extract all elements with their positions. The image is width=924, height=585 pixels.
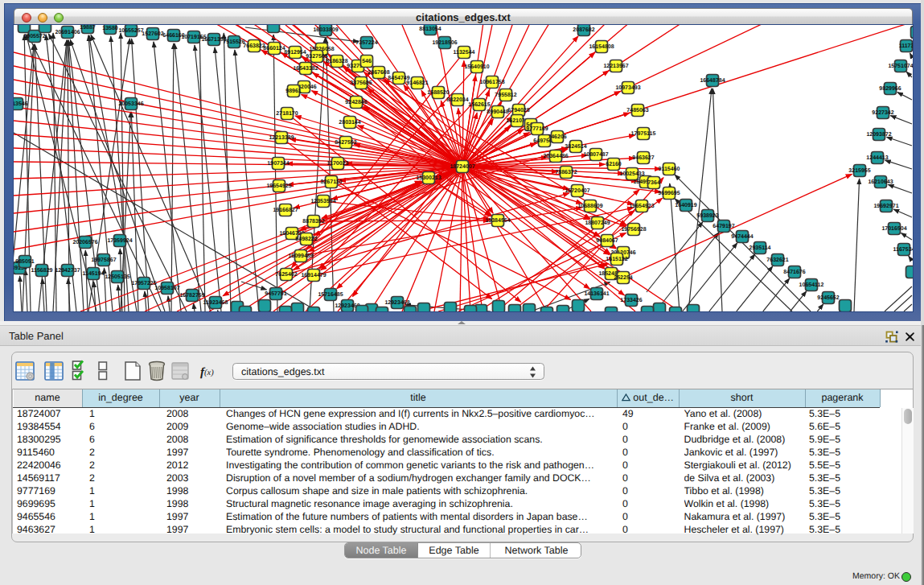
svg-text:12923468: 12923468: [384, 300, 409, 306]
svg-text:15716485: 15716485: [318, 292, 343, 298]
svg-text:10958107: 10958107: [154, 286, 179, 291]
svg-text:16210643: 16210643: [868, 179, 893, 185]
svg-text:16782759: 16782759: [179, 293, 204, 299]
svg-text:16648784: 16648784: [700, 78, 725, 84]
svg-text:20691406: 20691406: [55, 30, 80, 35]
svg-text:9327505: 9327505: [306, 54, 327, 60]
svg-text:19975867: 19975867: [91, 257, 116, 263]
svg-text:7886372: 7886372: [555, 170, 577, 175]
svg-text:7663822: 7663822: [243, 43, 265, 49]
svg-text:10961758: 10961758: [479, 80, 504, 85]
svg-text:19384554: 19384554: [485, 218, 510, 224]
svg-text:7625402: 7625402: [275, 272, 297, 278]
svg-text:9474444: 9474444: [731, 234, 753, 240]
svg-text:20206576: 20206576: [72, 240, 97, 245]
svg-text:12213389: 12213389: [269, 135, 294, 141]
svg-text:8822034: 8822034: [446, 97, 468, 103]
svg-text:7485063: 7485063: [626, 108, 648, 113]
svg-text:11923468: 11923468: [203, 300, 228, 306]
svg-text:6479197: 6479197: [713, 224, 734, 229]
svg-text:12353594: 12353594: [310, 199, 335, 204]
svg-text:17957225: 17957225: [131, 281, 156, 286]
svg-text:8912954: 8912954: [284, 50, 306, 56]
svg-text:19218506: 19218506: [432, 40, 457, 46]
svg-text:17975115: 17975115: [631, 131, 656, 137]
svg-text:252254: 252254: [614, 275, 632, 281]
svg-text:1167534: 1167534: [893, 247, 913, 253]
svg-text:1145194: 1145194: [83, 271, 105, 277]
svg-text:16543382: 16543382: [293, 66, 318, 72]
svg-text:6794028: 6794028: [507, 108, 529, 113]
svg-text:14136141: 14136141: [584, 291, 609, 297]
svg-text:19692971: 19692971: [873, 204, 898, 209]
svg-text:10654112: 10654112: [799, 282, 824, 288]
svg-text:985051: 985051: [15, 259, 34, 265]
svg-text:8427552: 8427552: [335, 140, 356, 146]
svg-text:8878352: 8878352: [302, 219, 324, 225]
svg-text:2867608: 2867608: [368, 70, 389, 76]
svg-text:8471676: 8471676: [783, 270, 805, 275]
svg-text:18724007: 18724007: [450, 164, 474, 170]
svg-text:10807487: 10807487: [583, 152, 608, 158]
svg-text:13580: 13580: [102, 26, 118, 31]
svg-text:10655257: 10655257: [118, 28, 143, 34]
svg-text:8660124: 8660124: [263, 46, 285, 51]
svg-text:3215955: 3215955: [848, 168, 870, 174]
svg-text:17016504: 17016504: [881, 226, 906, 232]
svg-text:1562615: 1562615: [468, 102, 490, 108]
svg-text:9245652: 9245652: [817, 295, 839, 301]
svg-text:7955812: 7955812: [495, 93, 516, 98]
svg-text:8267110: 8267110: [321, 179, 343, 185]
svg-text:19654923: 19654923: [629, 204, 654, 209]
svg-text:16033809: 16033809: [313, 27, 338, 33]
svg-text:5498222: 5498222: [295, 237, 317, 242]
svg-text:15751074: 15751074: [888, 64, 913, 69]
svg-text:18807249: 18807249: [585, 220, 610, 226]
svg-text:7515526: 7515526: [223, 39, 244, 45]
svg-text:7632621: 7632621: [766, 257, 788, 263]
svg-text:17359924: 17359924: [107, 238, 132, 244]
svg-text:746206: 746206: [548, 134, 566, 140]
svg-text:12093872: 12093872: [866, 132, 891, 138]
svg-text:16154808: 16154808: [589, 44, 614, 50]
svg-text:9115460: 9115460: [659, 167, 680, 172]
svg-text:10688609: 10688609: [577, 204, 602, 209]
svg-text:15640910: 15640910: [464, 64, 489, 70]
svg-text:1132544: 1132544: [454, 50, 475, 56]
svg-text:19887: 19887: [80, 25, 96, 31]
svg-text:2803144: 2803144: [339, 120, 360, 126]
svg-text:8990448: 8990448: [487, 109, 508, 115]
svg-text:16099489: 16099489: [288, 253, 313, 259]
svg-text:1907344: 1907344: [267, 161, 289, 167]
svg-text:3875685: 3875685: [350, 80, 372, 86]
svg-text:1588520: 1588520: [427, 90, 449, 96]
svg-text:62160: 62160: [606, 162, 622, 167]
svg-text:3824514: 3824514: [565, 144, 586, 150]
svg-text:1527602: 1527602: [142, 31, 163, 37]
svg-text:16914479: 16914479: [301, 273, 326, 278]
svg-text:546: 546: [362, 59, 372, 64]
svg-text:19166827: 19166827: [273, 208, 298, 213]
svg-text:20364486: 20364486: [543, 154, 568, 159]
svg-text:9829966: 9829966: [879, 86, 901, 92]
svg-text:5938923: 5938923: [696, 213, 718, 219]
svg-text:8813054: 8813054: [419, 27, 441, 32]
svg-text:1613546: 1613546: [14, 101, 28, 107]
svg-text:1615132: 1615132: [606, 257, 627, 262]
svg-text:12942737: 12942737: [55, 268, 80, 274]
svg-text:9699695: 9699695: [658, 191, 680, 196]
svg-text:1170023: 1170023: [327, 161, 349, 167]
svg-text:12505135: 12505135: [105, 274, 129, 280]
svg-text:7357224: 7357224: [355, 40, 377, 46]
svg-text:20053346: 20053346: [118, 101, 143, 107]
svg-text:11173: 11173: [899, 43, 913, 49]
svg-text:9777169: 9777169: [526, 126, 548, 132]
svg-text:9227342: 9227342: [872, 110, 893, 116]
svg-text:15300213: 15300213: [416, 175, 441, 181]
svg-text:1733426: 1733426: [620, 298, 642, 303]
svg-text:19756928: 19756928: [621, 227, 646, 233]
svg-text:(x): (x): [204, 369, 214, 377]
svg-text:2087682: 2087682: [573, 27, 594, 33]
svg-text:9084067: 9084067: [596, 238, 618, 244]
svg-text:7364: 7364: [647, 180, 660, 186]
